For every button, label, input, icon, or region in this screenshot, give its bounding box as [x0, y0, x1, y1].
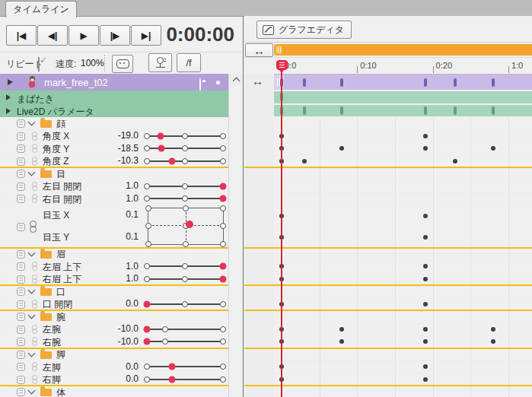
anim-toggle-icon[interactable] — [17, 195, 25, 203]
chevron-down-icon[interactable] — [28, 169, 36, 176]
keyframe-bar[interactable] — [424, 106, 427, 115]
scroll-up-button[interactable] — [230, 74, 242, 86]
keyframe-bar[interactable] — [340, 106, 343, 115]
anim-toggle-icon[interactable] — [17, 250, 25, 259]
folder-row[interactable]: 口 — [0, 285, 228, 299]
keyframe-dot[interactable] — [423, 235, 428, 240]
slider-handle[interactable] — [144, 300, 151, 307]
parameter-value[interactable]: 0.0 — [100, 361, 139, 372]
chevron-down-icon[interactable] — [28, 119, 36, 126]
anim-toggle-icon[interactable] — [17, 275, 25, 284]
keyframe-dot[interactable] — [491, 327, 495, 332]
parameter-value[interactable]: 1.0 — [100, 273, 139, 284]
model-track-lane[interactable]: ↔ — [244, 74, 532, 91]
keyframe-dot[interactable] — [423, 214, 428, 218]
anim-toggle-icon[interactable] — [17, 363, 25, 371]
link-icon[interactable] — [31, 144, 37, 153]
chevron-down-icon[interactable] — [28, 287, 36, 294]
slider-handle[interactable] — [144, 326, 151, 332]
parameter-value[interactable]: 0.0 — [100, 373, 139, 384]
h-scroll-icon[interactable]: ↔ — [252, 75, 263, 87]
slider-handle[interactable] — [169, 364, 176, 370]
link-icon[interactable] — [31, 132, 37, 141]
slider-handle[interactable] — [169, 157, 176, 164]
chevron-down-icon[interactable] — [28, 312, 36, 319]
anim-toggle-icon[interactable] — [17, 262, 25, 271]
slider-handle[interactable] — [220, 275, 227, 282]
parameter-row[interactable]: 角度 Y-18.5 — [0, 142, 228, 156]
link-icon[interactable] — [31, 300, 37, 309]
anim-toggle-icon[interactable] — [17, 157, 25, 166]
parameter-value[interactable]: -19.0 — [100, 130, 139, 141]
parameter-value[interactable]: 1.0 — [100, 261, 139, 272]
parameter-row[interactable]: 左眉 上下1.0 — [0, 260, 228, 274]
slider-handle[interactable] — [158, 132, 164, 139]
link-icon[interactable] — [31, 157, 37, 166]
keyframe-bar[interactable] — [424, 78, 427, 87]
anim-toggle-icon[interactable] — [17, 376, 25, 384]
parameter-row[interactable]: 角度 X-19.0 — [0, 130, 228, 144]
pad-handle[interactable] — [186, 221, 193, 228]
group-track-lane[interactable] — [244, 104, 532, 118]
keyframe-bar[interactable] — [454, 78, 457, 87]
keyframe-bar[interactable] — [492, 106, 495, 115]
anim-toggle-icon[interactable] — [17, 170, 25, 178]
keyframe-bar[interactable] — [303, 78, 306, 87]
parameter-value[interactable]: -10.0 — [100, 323, 139, 334]
anim-toggle-icon[interactable] — [17, 223, 25, 231]
link-icon[interactable] — [31, 362, 37, 371]
link-icon[interactable] — [31, 275, 37, 284]
keyframe-dot[interactable] — [339, 327, 344, 332]
anim-toggle-icon[interactable] — [17, 287, 25, 296]
keyframe-bar[interactable] — [492, 78, 495, 87]
keyframe-dot[interactable] — [423, 277, 428, 281]
anim-toggle-icon[interactable] — [17, 300, 25, 309]
slider-handle[interactable] — [220, 195, 227, 202]
link-icon[interactable] — [31, 375, 37, 384]
chevron-down-icon[interactable] — [28, 387, 36, 395]
link-icon[interactable] — [31, 337, 37, 346]
keyframe-dot[interactable] — [423, 377, 428, 382]
slider-handle[interactable] — [144, 338, 151, 345]
link-icon[interactable] — [29, 221, 37, 233]
playhead-pin[interactable] — [276, 60, 288, 70]
keyframe-bar[interactable] — [454, 106, 457, 115]
keyframe-bar[interactable] — [303, 106, 306, 115]
anim-toggle-icon[interactable] — [17, 183, 25, 191]
anim-toggle-icon[interactable] — [17, 388, 25, 396]
link-icon[interactable] — [31, 194, 37, 203]
anim-toggle-icon[interactable] — [17, 326, 25, 334]
parameter-value[interactable]: 1.0 — [100, 193, 139, 204]
anim-toggle-icon[interactable] — [17, 145, 25, 153]
keyframe-dot[interactable] — [339, 339, 344, 344]
parameter-row[interactable]: 左目 開閉1.0 — [0, 180, 228, 194]
anim-toggle-icon[interactable] — [17, 313, 25, 321]
anim-toggle-icon[interactable] — [17, 338, 25, 346]
keyframe-dot[interactable] — [423, 146, 428, 151]
chevron-down-icon[interactable] — [28, 249, 36, 256]
keyframe-dot[interactable] — [423, 364, 428, 369]
parameter-value[interactable]: -18.5 — [100, 143, 139, 154]
parameter-value[interactable]: 0.1 — [100, 231, 139, 242]
xy-pad-row[interactable]: 目玉 X0.1目玉 Y0.1 — [0, 205, 228, 249]
folder-row[interactable]: 腕 — [0, 310, 228, 324]
keyframe-dot[interactable] — [339, 146, 344, 151]
group-track-lane[interactable] — [244, 91, 532, 104]
slider-handle[interactable] — [220, 263, 227, 270]
keyframe-dot[interactable] — [423, 264, 428, 268]
parameter-value[interactable]: -10.3 — [100, 155, 139, 166]
slider-handle[interactable] — [220, 183, 227, 189]
keyframe-dot[interactable] — [491, 339, 495, 344]
xy-pad[interactable] — [148, 208, 224, 245]
anim-toggle-icon[interactable] — [17, 132, 25, 141]
parameter-row[interactable]: 左腕-10.0 — [0, 323, 228, 337]
folder-row[interactable]: 脚 — [0, 348, 228, 362]
parameter-value[interactable]: 0.0 — [100, 298, 139, 309]
slider-handle[interactable] — [158, 145, 165, 152]
keyframe-dot[interactable] — [423, 134, 428, 138]
parameter-value[interactable]: -10.0 — [100, 336, 139, 347]
parameter-value[interactable]: 0.1 — [100, 209, 139, 220]
slider-handle[interactable] — [169, 376, 176, 383]
keyframe-dot[interactable] — [491, 146, 495, 151]
link-icon[interactable] — [31, 262, 37, 271]
